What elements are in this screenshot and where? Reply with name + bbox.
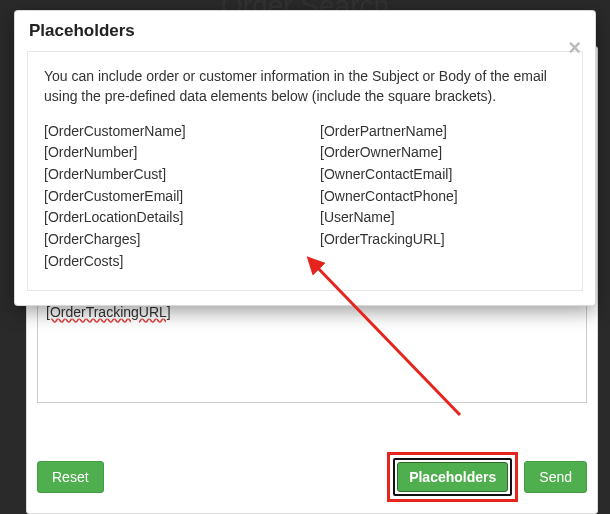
placeholder-token: [OrderCustomerName]	[44, 121, 290, 143]
placeholders-modal: Placeholders × You can include order or …	[14, 10, 596, 306]
annotation-highlight-inner: Placeholders	[393, 458, 512, 496]
modal-body: You can include order or customer inform…	[27, 51, 583, 291]
placeholder-token: [OrderTrackingURL]	[320, 229, 566, 251]
reset-button[interactable]: Reset	[37, 461, 104, 493]
modal-title: Placeholders	[15, 11, 595, 45]
placeholder-token: [OrderPartnerName]	[320, 121, 566, 143]
placeholder-token: [OrderLocationDetails]	[44, 207, 290, 229]
send-button[interactable]: Send	[524, 461, 587, 493]
close-icon[interactable]: ×	[568, 37, 581, 59]
placeholder-token: [OrderNumberCust]	[44, 164, 290, 186]
placeholders-button[interactable]: Placeholders	[397, 462, 508, 492]
editor-container: [OrderTrackingURL]	[37, 297, 587, 403]
modal-description: You can include order or customer inform…	[44, 66, 566, 107]
button-row: Reset Placeholders Send	[37, 452, 587, 502]
placeholder-token: [OrderCosts]	[44, 251, 290, 273]
placeholder-token: [UserName]	[320, 207, 566, 229]
placeholder-token: [OwnerContactEmail]	[320, 164, 566, 186]
placeholder-column-right: [OrderPartnerName][OrderOwnerName][Owner…	[320, 121, 566, 273]
placeholder-columns: [OrderCustomerName][OrderNumber][OrderNu…	[44, 121, 566, 273]
annotation-highlight: Placeholders	[387, 452, 518, 502]
placeholder-token: [OrderNumber]	[44, 142, 290, 164]
placeholder-token: [OwnerContactPhone]	[320, 186, 566, 208]
placeholder-token: [OrderCharges]	[44, 229, 290, 251]
placeholder-token: [OrderOwnerName]	[320, 142, 566, 164]
placeholder-column-left: [OrderCustomerName][OrderNumber][OrderNu…	[44, 121, 290, 273]
editor-token: [OrderTrackingURL]	[46, 304, 171, 320]
placeholder-token: [OrderCustomerEmail]	[44, 186, 290, 208]
email-body-input[interactable]: [OrderTrackingURL]	[37, 297, 587, 403]
